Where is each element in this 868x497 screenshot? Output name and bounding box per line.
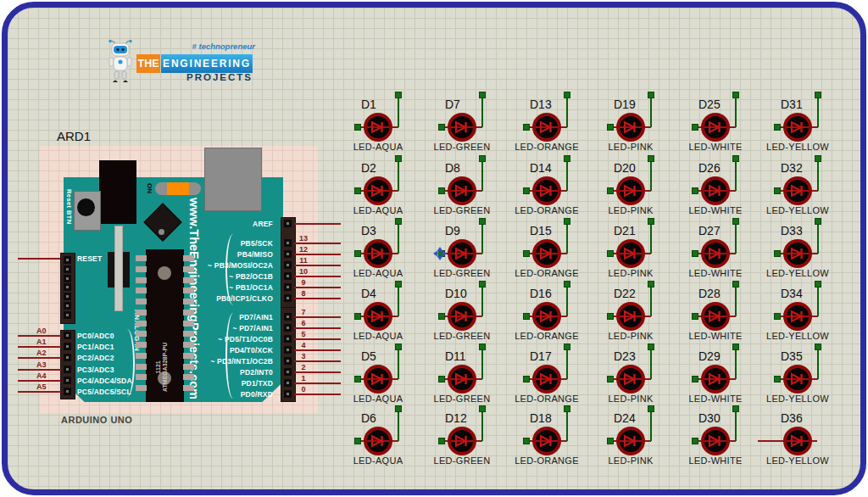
led-body[interactable] [448, 239, 476, 268]
pin-wire-8[interactable] [294, 298, 341, 299]
led-riser-wire[interactable] [817, 159, 819, 191]
schematic-sheet[interactable]: # technopreneur THE ENGINEERING PROJECTS… [2, 2, 866, 495]
led-top-terminal[interactable] [815, 92, 821, 98]
pin-wire-12[interactable] [294, 254, 341, 255]
led-body[interactable] [616, 365, 645, 394]
analog-wire-A4[interactable] [18, 380, 61, 382]
pin-wire-13[interactable] [294, 243, 341, 244]
led-body[interactable] [616, 427, 645, 455]
led-riser-wire[interactable] [481, 159, 483, 191]
led-riser-wire[interactable] [735, 221, 737, 254]
pin-wire-2[interactable] [294, 371, 341, 373]
led-top-terminal[interactable] [732, 343, 739, 350]
pin-wire-9[interactable] [294, 287, 341, 288]
led-body[interactable] [616, 113, 645, 142]
led-body[interactable] [783, 176, 812, 205]
led-left-terminal[interactable] [774, 250, 781, 257]
led-body[interactable] [616, 176, 645, 205]
led-body[interactable] [532, 113, 561, 142]
led-left-terminal[interactable] [354, 187, 361, 194]
led-body[interactable] [701, 239, 730, 268]
led-top-terminal[interactable] [395, 92, 402, 98]
led-riser-wire[interactable] [566, 95, 568, 127]
led-left-terminal[interactable] [354, 376, 361, 383]
led-top-terminal[interactable] [648, 405, 654, 412]
led-left-terminal[interactable] [607, 438, 614, 444]
led-left-terminal[interactable] [438, 187, 445, 194]
led-top-terminal[interactable] [732, 92, 739, 98]
led-left-terminal[interactable] [692, 376, 698, 383]
analog-wire-A1[interactable] [18, 346, 61, 348]
led-left-terminal[interactable] [607, 187, 614, 194]
led-left-terminal[interactable] [438, 438, 445, 444]
pin-wire-5[interactable] [294, 338, 341, 340]
led-riser-wire[interactable] [481, 284, 483, 316]
led-top-terminal[interactable] [815, 218, 821, 225]
led-body[interactable] [783, 427, 812, 455]
led-body[interactable] [364, 427, 392, 455]
led-top-terminal[interactable] [479, 343, 486, 350]
led-top-terminal[interactable] [564, 281, 570, 288]
led-left-terminal[interactable] [523, 376, 530, 383]
led-left-terminal[interactable] [523, 313, 530, 320]
pin-wire-11[interactable] [294, 265, 341, 266]
analog-wire-A2[interactable] [18, 357, 61, 359]
led-top-terminal[interactable] [815, 281, 821, 288]
led-riser-wire[interactable] [398, 159, 399, 191]
led-body[interactable] [616, 302, 645, 331]
led-body[interactable] [783, 239, 812, 268]
led-body[interactable] [448, 427, 476, 455]
led-body[interactable] [701, 113, 730, 142]
led-left-terminal[interactable] [692, 438, 698, 444]
led-riser-wire[interactable] [398, 95, 399, 127]
led-body[interactable] [701, 365, 730, 394]
led-riser-wire[interactable] [735, 409, 737, 441]
led-body[interactable] [701, 302, 730, 331]
led-riser-wire[interactable] [566, 409, 568, 441]
led-riser-wire[interactable] [566, 284, 568, 316]
led-top-terminal[interactable] [479, 92, 486, 98]
led-body[interactable] [701, 176, 730, 205]
led-top-terminal[interactable] [648, 281, 654, 288]
led-riser-wire[interactable] [650, 409, 652, 441]
led-top-terminal[interactable] [395, 405, 402, 412]
led-left-terminal[interactable] [607, 376, 614, 383]
led-riser-wire[interactable] [566, 159, 568, 191]
led-riser-wire[interactable] [481, 347, 483, 379]
led-left-terminal[interactable] [354, 250, 361, 257]
led-left-terminal[interactable] [523, 124, 530, 131]
led-top-terminal[interactable] [732, 218, 739, 225]
pin-wire-3[interactable] [294, 360, 341, 362]
led-left-terminal[interactable] [774, 376, 781, 383]
led-riser-wire[interactable] [481, 409, 483, 441]
pin-wire-6[interactable] [294, 327, 341, 329]
led-left-terminal[interactable] [438, 124, 445, 131]
led-top-terminal[interactable] [648, 92, 654, 98]
led-riser-wire[interactable] [817, 221, 819, 254]
led-riser-wire[interactable] [817, 95, 819, 127]
led-riser-wire[interactable] [735, 159, 737, 191]
led-top-terminal[interactable] [732, 281, 739, 288]
led-body[interactable] [448, 113, 476, 142]
led-top-terminal[interactable] [395, 343, 402, 350]
led-left-terminal[interactable] [607, 313, 614, 320]
led-riser-wire[interactable] [481, 95, 483, 127]
led-top-terminal[interactable] [395, 218, 402, 225]
led-body[interactable] [364, 239, 392, 268]
led-body[interactable] [532, 176, 561, 205]
led-riser-wire[interactable] [398, 221, 399, 254]
led-left-terminal[interactable] [438, 313, 445, 320]
led-left-terminal[interactable] [607, 250, 614, 257]
pin-wire-0[interactable] [294, 394, 341, 395]
led-riser-wire[interactable] [566, 221, 568, 254]
led-riser-wire[interactable] [735, 347, 737, 379]
led-top-terminal[interactable] [815, 155, 821, 162]
led-left-terminal[interactable] [354, 438, 361, 444]
led-top-terminal[interactable] [479, 155, 486, 162]
led-top-terminal[interactable] [815, 343, 821, 350]
led-top-terminal[interactable] [479, 218, 486, 225]
led-top-terminal[interactable] [479, 405, 486, 412]
led-body[interactable] [364, 113, 392, 142]
led-top-terminal[interactable] [479, 281, 486, 288]
led-left-terminal[interactable] [774, 313, 781, 320]
